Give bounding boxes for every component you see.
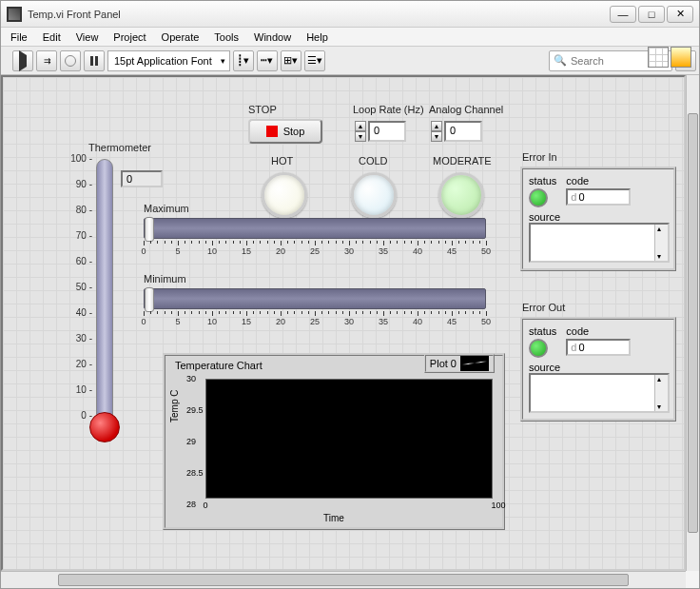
search-input[interactable] [571,55,656,67]
maximum-label: Maximum [144,203,189,214]
menu-project[interactable]: Project [107,29,151,45]
font-selector[interactable]: 15pt Application Font [107,50,230,71]
menu-tools[interactable]: Tools [208,29,244,45]
horizontal-scrollbar[interactable] [1,571,686,588]
abort-button[interactable] [60,50,81,71]
menu-edit[interactable]: Edit [37,29,67,45]
cold-led [351,172,397,218]
titlebar: Temp.vi Front Panel — □ ✕ [1,1,699,28]
error-out-status-label: status [529,325,556,337]
loop-rate-value[interactable]: 0 [368,121,406,142]
hot-led [262,172,307,218]
menu-view[interactable]: View [70,29,105,45]
minimum-slider-thumb[interactable] [145,287,154,312]
error-in-code-label: code [566,175,631,187]
resize-button[interactable]: ⊞▾ [281,50,301,71]
cold-label: COLD [359,155,388,167]
vertical-scrollbar[interactable] [686,75,699,571]
error-in-source-field[interactable] [529,223,670,263]
thermometer-bulb [89,412,120,442]
error-in-status-led [529,188,548,207]
reorder-button[interactable]: ☰▾ [304,50,325,71]
maximum-slider-thumb[interactable] [145,217,154,242]
thermometer-label: Thermometer [88,142,151,153]
thermometer-indicator [96,159,113,418]
window-title: Temp.vi Front Panel [28,9,610,20]
run-button[interactable] [12,50,33,71]
error-in-label: Error In [522,151,557,163]
hot-label: HOT [271,155,293,167]
close-button[interactable]: ✕ [667,6,693,23]
error-out-code-label: code [566,325,631,337]
maximum-slider[interactable]: 05101520253035404550 [144,218,486,260]
minimum-slider-scale: 05101520253035404550 [144,311,486,330]
error-in-cluster: status code d0 source [520,167,676,271]
error-out-cluster: status code d0 source [520,317,676,422]
chart-legend[interactable]: Plot 0 [424,354,495,373]
menu-file[interactable]: File [5,29,33,45]
analog-channel-label: Analog Channel [429,104,503,115]
analog-channel-control[interactable]: ▲▼ 0 [431,121,482,142]
error-in-code-value[interactable]: d0 [566,188,631,206]
align-button[interactable]: ┋▾ [233,50,254,71]
loop-rate-spinner[interactable]: ▲▼ [355,121,366,142]
loop-rate-label: Loop Rate (Hz) [353,104,424,115]
analog-channel-spinner[interactable]: ▲▼ [431,121,442,142]
maximize-button[interactable]: □ [638,6,665,23]
maximum-slider-scale: 05101520253035404550 [144,241,486,260]
chart-ylabel: Temp C [169,390,180,422]
analog-channel-value[interactable]: 0 [444,121,482,142]
palette-grid-icon[interactable] [648,47,669,68]
menu-window[interactable]: Window [248,29,297,45]
error-out-code-value[interactable]: d0 [566,339,631,356]
error-out-label: Error Out [522,302,565,313]
error-out-source-field[interactable] [529,373,670,413]
pause-button[interactable] [84,50,105,71]
stop-button[interactable]: Stop [248,119,322,144]
search-icon: 🔍 [554,54,567,67]
plot-label: Plot 0 [430,358,457,369]
menu-help[interactable]: Help [301,29,334,45]
menubar: File Edit View Project Operate Tools Win… [1,28,699,47]
error-in-source-label: source [529,211,560,223]
moderate-label: MODERATE [433,155,492,167]
palette-tools-icon[interactable] [671,47,691,68]
chart-plot-area [205,379,493,499]
menu-operate[interactable]: Operate [156,29,205,45]
plot-sample-icon [460,356,489,371]
main-window: Temp.vi Front Panel — □ ✕ File Edit View… [0,0,700,589]
temperature-chart: Temperature Chart Plot 0 Temp C Time 282… [163,353,505,530]
distribute-button[interactable]: ┅▾ [257,50,278,71]
minimum-label: Minimum [144,273,186,285]
minimize-button[interactable]: — [610,6,636,23]
error-out-status-led [529,339,548,358]
error-in-status-label: status [529,175,556,187]
front-panel: Thermometer 100 -90 -80 -70 -60 -50 -40 … [1,75,686,571]
scrollbar[interactable] [654,225,668,261]
minimum-slider[interactable]: 05101520253035404550 [144,288,486,330]
chart-xlabel: Time [165,513,502,523]
moderate-led [438,172,484,218]
thermometer-scale: 100 -90 -80 -70 -60 -50 -40 -30 -20 -10 … [69,159,92,429]
app-icon [7,7,22,22]
loop-rate-control[interactable]: ▲▼ 0 [355,121,406,142]
stop-label: STOP [248,104,277,115]
thermometer-readout[interactable]: 0 [121,170,163,187]
scrollbar[interactable] [654,375,668,411]
toolbar: ⇉ 15pt Application Font ┋▾ ┅▾ ⊞▾ ☰▾ 🔍 ? [1,47,699,75]
chart-title: Temperature Chart [175,360,262,371]
error-out-source-label: source [529,362,560,373]
run-continuous-button[interactable]: ⇉ [36,50,57,71]
stop-icon [266,126,278,137]
